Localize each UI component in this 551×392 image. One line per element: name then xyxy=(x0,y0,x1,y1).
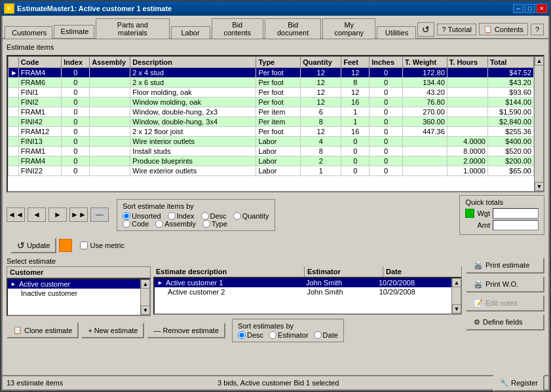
sort-assembly[interactable]: Assembly xyxy=(155,220,196,228)
table-row[interactable]: FINI20Window molding, oakPer foot1216076… xyxy=(9,97,534,107)
scroll-down-btn[interactable]: ▼ xyxy=(535,182,544,191)
sort-index[interactable]: Index xyxy=(168,212,195,220)
table-row[interactable]: FINI130Wire interior outletsLabor4004.00… xyxy=(9,136,534,146)
status-center: 3 bids, Active customer Bid 1 selected xyxy=(218,379,339,387)
edit-notes-icon: 📝 xyxy=(474,299,483,308)
qt-amt-row: Amt xyxy=(465,220,539,230)
orange-button[interactable] xyxy=(59,239,72,252)
customer-item-active[interactable]: ► Active customer xyxy=(8,279,149,289)
amt-label: Amt xyxy=(477,221,490,229)
cust-scroll-up[interactable]: ▲ xyxy=(141,279,150,289)
sort-est-date[interactable]: Date xyxy=(314,331,338,339)
new-estimate-button[interactable]: + New estimate xyxy=(81,323,144,338)
define-fields-button[interactable]: ⚙ Define fields xyxy=(466,314,544,330)
tab-bar: Customers Estimate Parts and materials L… xyxy=(3,16,548,38)
register-button[interactable]: 🔧 Register xyxy=(493,375,544,391)
sort-type[interactable]: Type xyxy=(202,220,227,228)
estimate-table-scroll[interactable]: Code Index Assembly Description Type Qua… xyxy=(8,56,534,191)
close-button[interactable]: ✕ xyxy=(537,4,547,13)
lower-section: Select estimate Customer ► Active custom… xyxy=(7,257,544,342)
first-button[interactable]: ◄◄ xyxy=(7,207,25,222)
sort-estimates-label: Sort estimates by xyxy=(238,322,338,330)
estimate-list[interactable]: ► Active customer 1 John Smith 10/20/200… xyxy=(153,277,462,315)
est-scroll-down[interactable]: ▼ xyxy=(452,304,461,313)
col-description: Description xyxy=(130,56,256,67)
table-row[interactable]: FINI10Floor molding, oakPer foot1212043.… xyxy=(9,87,534,97)
define-fields-icon: ⚙ xyxy=(474,318,480,327)
sort-desc[interactable]: Desc xyxy=(201,212,227,220)
print-estimate-button[interactable]: 🖨️ Print estimate xyxy=(466,257,544,274)
est1-arrow: ► xyxy=(157,279,163,286)
last-button[interactable]: ►► xyxy=(69,207,88,222)
maximize-button[interactable]: □ xyxy=(525,4,535,13)
active-arrow: ► xyxy=(10,281,16,287)
tab-bid-contents[interactable]: Bid contents xyxy=(212,18,264,39)
minimize-button[interactable]: ─ xyxy=(513,4,523,13)
table-row[interactable]: FRAM602 x 6 studPer foot1280134.40$43.20 xyxy=(9,77,534,87)
qt-green-indicator xyxy=(465,209,474,218)
col-total: Total xyxy=(487,56,533,67)
print-wo-button[interactable]: 🖨️ Print W.O. xyxy=(466,276,544,293)
tab-estimate[interactable]: Estimate xyxy=(54,25,95,38)
help-button[interactable]: ? xyxy=(531,24,544,35)
sort-quantity[interactable]: Quantity xyxy=(233,212,269,220)
table-row[interactable]: FINI220Wire exterior outletsLabor1001.00… xyxy=(9,166,534,175)
wgt-input[interactable] xyxy=(493,208,539,219)
table-row[interactable]: FRAM10Window, double-hung, 2x3Per item61… xyxy=(9,107,534,116)
use-metric-checkbox[interactable] xyxy=(80,241,88,249)
new-icon: + xyxy=(88,327,92,334)
clone-icon: 📋 xyxy=(13,326,22,334)
customer-list[interactable]: ► Active customer Inactive customer ▲ xyxy=(7,278,151,316)
customer-scrollbar[interactable]: ▲ ▼ xyxy=(140,279,149,315)
table-row[interactable]: FRAM10Install studsLabor8008.0000$520.00 xyxy=(9,146,534,156)
delete-button[interactable]: — xyxy=(90,207,109,222)
cust-scroll-down[interactable]: ▼ xyxy=(141,306,150,315)
estimate-item-2[interactable]: Active customer 2 John Smith 10/20/2008 xyxy=(155,287,451,296)
edit-notes-button[interactable]: 📝 Edit notes xyxy=(466,295,544,312)
table-scrollbar[interactable]: ▲ ▼ xyxy=(534,56,543,191)
select-estimate-label: Select estimate xyxy=(7,257,462,265)
estimate-list-inner: ► Active customer 1 John Smith 10/20/200… xyxy=(155,278,451,313)
col-tweight: T. Weight xyxy=(403,56,447,67)
est-date-header: Date xyxy=(383,266,462,277)
estimate-section: Estimate description Estimator Date ► Ac… xyxy=(153,266,462,316)
col-feet: Feet xyxy=(341,56,370,67)
estimate-item-1[interactable]: ► Active customer 1 John Smith 10/20/200… xyxy=(155,278,451,287)
use-metric-label[interactable]: Use metric xyxy=(80,241,124,249)
sort-estimates-area: Sort estimates by Desc Estimator Date xyxy=(232,319,344,342)
scroll-up-btn[interactable]: ▲ xyxy=(535,56,544,65)
amt-input[interactable] xyxy=(493,220,539,230)
customer-item-inactive[interactable]: Inactive customer xyxy=(8,289,149,298)
tab-parts[interactable]: Parts and materials xyxy=(96,18,169,39)
prev-button[interactable]: ◄ xyxy=(28,207,46,222)
table-row[interactable]: FINI420Window, double-hung, 3x4Per item8… xyxy=(9,116,534,126)
sort-code[interactable]: Code xyxy=(123,220,149,228)
refresh-button[interactable]: ↺ xyxy=(417,22,434,37)
estimate-table: Code Index Assembly Description Type Qua… xyxy=(8,56,534,176)
next-button[interactable]: ► xyxy=(48,207,67,222)
tab-customers[interactable]: Customers xyxy=(5,26,52,39)
table-row[interactable]: FRAM1202 x 12 floor joistPer foot1216044… xyxy=(9,126,534,136)
app-icon: E xyxy=(4,3,14,14)
remove-estimate-button[interactable]: — Remove estimate xyxy=(147,323,225,338)
est-scrollbar[interactable]: ▲ ▼ xyxy=(451,278,461,313)
tutorial-button[interactable]: ? Tutorial xyxy=(437,24,476,35)
table-row[interactable]: ►FRAM402 x 4 studPer foot12120172.80$47.… xyxy=(9,67,534,77)
help-icon: ? xyxy=(535,26,539,33)
clone-estimate-button[interactable]: 📋 Clone estimate xyxy=(7,322,79,338)
status-left: 13 estimate items xyxy=(7,379,63,387)
update-button[interactable]: ↺ Update xyxy=(10,238,56,253)
register-icon: 🔧 xyxy=(500,379,509,387)
col-quantity: Quantity xyxy=(301,56,341,67)
sort-est-estimator[interactable]: Estimator xyxy=(269,331,308,339)
tab-bid-document[interactable]: Bid document xyxy=(265,18,321,39)
table-row[interactable]: FRAM40Produce blueprintsLabor2002.0000$2… xyxy=(9,156,534,166)
tab-labor[interactable]: Labor xyxy=(171,26,210,39)
est-scroll-up[interactable]: ▲ xyxy=(452,278,461,287)
tab-utilities[interactable]: Utilities xyxy=(377,26,416,39)
sort-est-desc[interactable]: Desc xyxy=(238,331,263,339)
contents-button[interactable]: 📋 Contents xyxy=(479,23,528,35)
tab-my-company[interactable]: My company xyxy=(322,18,375,39)
sort-unsorted[interactable]: Unsorted xyxy=(123,212,161,220)
controls-row: ◄◄ ◄ ► ►► — Sort estimate items by Unsor… xyxy=(7,195,544,235)
